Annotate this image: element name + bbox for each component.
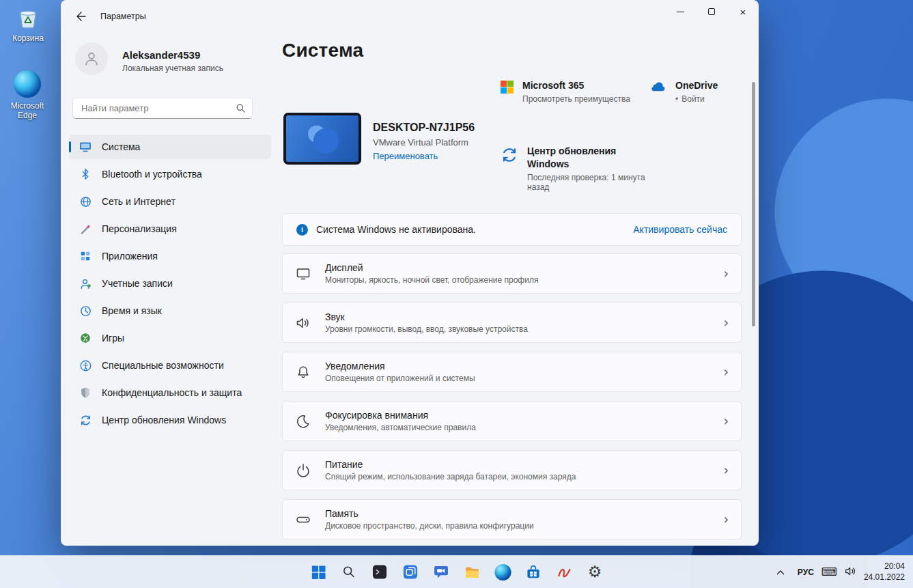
sidebar-item-label: Bluetooth и устройства xyxy=(102,169,202,180)
tray-time: 20:04 xyxy=(864,561,905,572)
page-title: Система xyxy=(282,40,363,61)
onedrive-card[interactable]: OneDrive Войти xyxy=(649,79,718,104)
windows-update-title: Центр обновления Windows xyxy=(527,145,649,171)
gear-icon: ⚙ xyxy=(588,564,602,580)
system-icon xyxy=(79,140,92,154)
touch-keyboard-icon[interactable]: ⌨ xyxy=(821,565,837,578)
person-icon xyxy=(83,50,100,68)
desktop-icon-edge[interactable]: Microsoft Edge xyxy=(0,70,55,121)
search-box[interactable] xyxy=(72,98,253,119)
windows-update-icon xyxy=(501,146,518,166)
sidebar-item-gaming[interactable]: Игры xyxy=(69,326,271,350)
taskbar: ⚙ РУС ⌨ 20:04 24.01.2022 xyxy=(0,555,913,588)
user-account-type: Локальная учетная запись xyxy=(122,64,223,73)
main-content: Система DESKTOP-N7J1P56 VMware Virtual P… xyxy=(282,0,742,546)
taskbar-search-button[interactable] xyxy=(335,559,363,586)
settings-row-sound[interactable]: Звук Уровни громкости, вывод, ввод, звук… xyxy=(282,303,742,343)
settings-row-power[interactable]: Питание Спящий режим, использование заря… xyxy=(282,450,742,490)
chevron-right-icon: › xyxy=(723,365,729,378)
rename-link[interactable]: Переименовать xyxy=(373,151,438,161)
sidebar-item-label: Время и язык xyxy=(102,305,162,316)
sidebar-item-label: Специальные возможности xyxy=(102,360,224,371)
settings-button[interactable]: ⚙ xyxy=(581,559,608,586)
user-name[interactable]: Aleksander4539 xyxy=(122,49,200,61)
sidebar-item-accessibility[interactable]: Специальные возможности xyxy=(69,353,271,378)
show-hidden-icons-button[interactable] xyxy=(771,559,790,586)
search-input[interactable] xyxy=(73,98,252,118)
settings-row-focus[interactable]: Фокусировка внимания Уведомления, автома… xyxy=(282,401,742,441)
display-icon xyxy=(294,266,313,282)
sidebar-item-apps[interactable]: Приложения xyxy=(69,244,271,268)
red-app-icon xyxy=(556,564,572,580)
microsoft-365-card[interactable]: Microsoft 365 Просмотреть преимущества xyxy=(501,79,630,104)
sidebar: Aleksander4539 Локальная учетная запись … xyxy=(61,33,282,546)
device-model: VMware Virtual Platform xyxy=(373,137,468,148)
row-title: Дисплей xyxy=(325,262,538,273)
edge-browser-button[interactable] xyxy=(489,559,516,586)
sidebar-item-windows-update[interactable]: Центр обновления Windows xyxy=(69,408,271,432)
bell-icon xyxy=(294,364,313,380)
apps-grid-icon xyxy=(79,249,92,263)
row-title: Память xyxy=(325,508,534,519)
pinned-red-app-button[interactable] xyxy=(550,559,578,586)
row-subtitle: Дисковое пространство, диски, правила ко… xyxy=(325,521,534,531)
bluetooth-icon xyxy=(79,167,92,181)
tray-date: 24.01.2022 xyxy=(864,572,905,583)
sidebar-item-accounts[interactable]: Учетные записи xyxy=(69,271,271,296)
dark-app-icon xyxy=(372,564,388,580)
sidebar-item-bluetooth-devices[interactable]: Bluetooth и устройства xyxy=(69,162,271,186)
row-title: Уведомления xyxy=(325,361,475,372)
desktop-icon-label: Корзина xyxy=(1,34,55,44)
scrollbar-thumb[interactable] xyxy=(752,82,755,326)
window-title: Параметры xyxy=(100,12,146,21)
pinned-dark-app-button[interactable] xyxy=(366,559,393,586)
store-bag-icon xyxy=(526,564,542,580)
task-view-icon xyxy=(403,564,419,580)
back-button[interactable] xyxy=(69,5,94,27)
avatar[interactable] xyxy=(75,42,108,75)
language-indicator[interactable]: РУС xyxy=(798,568,814,577)
row-subtitle: Спящий режим, использование заряда батар… xyxy=(325,472,576,481)
recycle-bin-icon xyxy=(16,21,40,32)
folder-icon xyxy=(464,564,480,580)
chat-button[interactable] xyxy=(427,559,455,586)
chevron-right-icon: › xyxy=(723,316,729,329)
activate-now-link[interactable]: Активировать сейчас xyxy=(633,224,727,235)
row-subtitle: Уровни громкости, вывод, ввод, звуковые … xyxy=(325,324,528,334)
file-explorer-button[interactable] xyxy=(458,559,486,586)
storage-drive-icon xyxy=(294,512,313,528)
desktop-icon-recycle-bin[interactable]: Корзина xyxy=(1,5,55,44)
accounts-person-icon xyxy=(79,277,92,290)
chevron-right-icon: › xyxy=(723,513,729,526)
start-button[interactable] xyxy=(305,559,332,586)
settings-row-storage[interactable]: Память Дисковое пространство, диски, пра… xyxy=(282,499,742,540)
chevron-right-icon: › xyxy=(723,415,729,428)
sidebar-item-privacy-security[interactable]: Конфиденциальность и защита xyxy=(69,380,271,405)
sidebar-nav: Система Bluetooth и устройства Сеть и Ин… xyxy=(69,135,271,435)
volume-icon[interactable] xyxy=(845,566,856,578)
crescent-moon-icon xyxy=(294,413,313,430)
chat-bubble-icon xyxy=(434,564,449,580)
settings-row-display[interactable]: Дисплей Мониторы, яркость, ночной свет, … xyxy=(282,253,742,294)
chevron-right-icon: › xyxy=(723,464,729,477)
sidebar-item-personalization[interactable]: Персонализация xyxy=(69,216,271,241)
settings-row-notifications[interactable]: Уведомления Оповещения от приложений и с… xyxy=(282,352,742,392)
clock[interactable]: 20:04 24.01.2022 xyxy=(864,561,909,583)
row-title: Звук xyxy=(325,311,528,322)
chevron-right-icon: › xyxy=(723,267,729,280)
accessibility-icon xyxy=(79,359,92,372)
sidebar-item-system[interactable]: Система xyxy=(69,135,271,159)
row-title: Питание xyxy=(325,459,576,470)
microsoft-store-button[interactable] xyxy=(520,559,547,586)
sidebar-item-network-internet[interactable]: Сеть и Интернет xyxy=(69,189,271,214)
shield-icon xyxy=(79,386,92,400)
onedrive-signin-link[interactable]: Войти xyxy=(675,94,718,104)
windows-update-card[interactable]: Центр обновления Windows Последняя прове… xyxy=(501,145,649,192)
task-view-button[interactable] xyxy=(397,559,424,586)
edge-icon xyxy=(494,564,511,580)
sidebar-item-time-language[interactable]: Время и язык xyxy=(69,298,271,323)
view-benefits-link[interactable]: Просмотреть преимущества xyxy=(522,94,630,104)
onedrive-cloud-icon xyxy=(649,81,666,95)
row-subtitle: Мониторы, яркость, ночной свет, отображе… xyxy=(325,275,538,285)
row-subtitle: Оповещения от приложений и системы xyxy=(325,374,475,383)
